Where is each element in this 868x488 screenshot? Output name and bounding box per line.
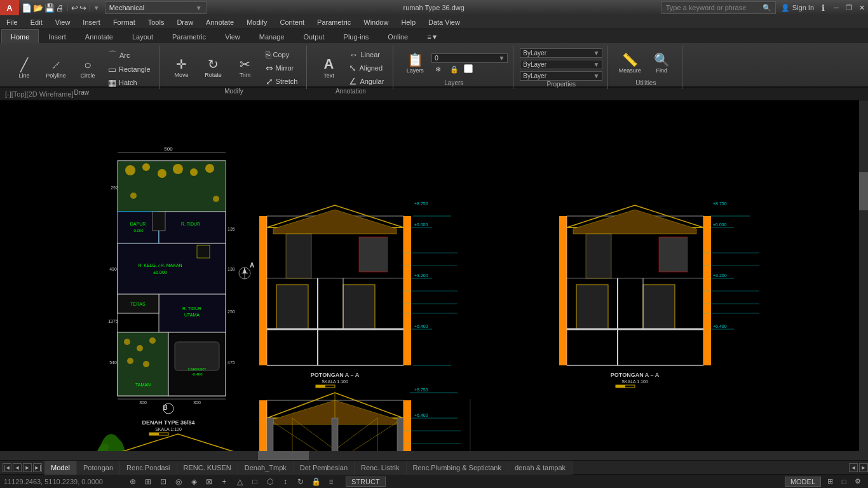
new-icon[interactable]: 📄 — [22, 3, 32, 13]
selection-icon[interactable]: ⬡ — [263, 475, 277, 488]
tab-parametric[interactable]: Parametric — [163, 29, 215, 43]
find-btn[interactable]: 🔍Find — [646, 48, 677, 79]
sheet-tab-model[interactable]: Model — [44, 461, 77, 475]
annotate-icon[interactable]: ↕ — [278, 475, 292, 488]
menu-format[interactable]: Format — [107, 15, 142, 29]
lock-icon[interactable]: 🔒 — [309, 475, 323, 488]
workspace-status-icon[interactable]: ↻ — [294, 475, 308, 488]
menu-edit[interactable]: Edit — [24, 15, 49, 29]
sheet-tab-potongan[interactable]: Potongan — [77, 461, 120, 475]
tab-scroll-right[interactable]: ► — [859, 463, 868, 472]
tab-manage[interactable]: Manage — [250, 29, 294, 43]
layer-lock-btn[interactable]: 🔒 — [446, 64, 463, 75]
horizontal-scrollbar[interactable] — [0, 451, 859, 460]
undo-icon[interactable]: ↩ — [71, 3, 78, 13]
model-space-button[interactable]: MODEL — [785, 477, 821, 487]
plot-icon[interactable]: 🖨 — [56, 3, 64, 13]
draw-arc-btn[interactable]: ⌒Arc — [104, 48, 154, 62]
layer-btn[interactable]: 📋Layers — [400, 48, 430, 79]
tab-more[interactable]: ≡▼ — [417, 29, 447, 43]
workspace-selector[interactable]: Mechanical ▼ — [105, 1, 207, 14]
tab-prev-btn[interactable]: ◄ — [13, 463, 22, 472]
minimize-button[interactable]: ─ — [830, 0, 843, 15]
modify-copy-btn[interactable]: ⎘Copy — [262, 48, 302, 61]
grid-icon[interactable]: ⊞ — [141, 475, 155, 488]
dim-aligned-btn[interactable]: ⤡Aligned — [345, 62, 388, 74]
tab-insert[interactable]: Insert — [39, 29, 76, 43]
vertical-scrollbar[interactable] — [859, 100, 868, 460]
tab-layout[interactable]: Layout — [123, 29, 163, 43]
tab-first-btn[interactable]: |◄ — [3, 463, 11, 472]
sheet-tab-listrik[interactable]: Renc. Listrik — [355, 461, 407, 475]
sheet-tab-tmpk[interactable]: Denah_Tmpk — [238, 461, 294, 475]
draw-polyline-btn[interactable]: ⟋ Polyline — [41, 53, 71, 84]
modify-stretch-btn[interactable]: ⤢Stretch — [262, 75, 302, 88]
layer-freeze-btn[interactable]: ❄ — [431, 64, 445, 75]
save-icon[interactable]: 💾 — [44, 3, 55, 13]
menu-file[interactable]: File — [0, 15, 24, 29]
modify-trim-btn[interactable]: ✂Trim — [230, 53, 261, 83]
sheet-tab-denah-tampak[interactable]: denah & tampak — [508, 461, 573, 475]
menu-modify[interactable]: Modify — [240, 15, 273, 29]
dynamic-input-icon[interactable]: + — [217, 475, 231, 488]
tab-scroll-left[interactable]: ◄ — [849, 463, 858, 472]
restore-button[interactable]: ❐ — [843, 0, 855, 15]
lineweight-icon[interactable]: △ — [233, 475, 247, 488]
redo-icon[interactable]: ↪ — [79, 3, 86, 13]
info-icon[interactable]: ℹ — [819, 3, 827, 13]
scroll-thumb[interactable] — [859, 172, 868, 210]
sign-in-button[interactable]: 👤 Sign In — [776, 4, 819, 12]
measure-btn[interactable]: 📏Measure — [614, 48, 645, 79]
menu-window[interactable]: Window — [357, 15, 395, 29]
sheet-tab-pondasi[interactable]: Renc.Pondasi — [120, 461, 177, 475]
menu-dataview[interactable]: Data View — [422, 15, 466, 29]
viewport-grid-icon[interactable]: ⊞ — [824, 476, 836, 487]
isolate-icon[interactable]: ≡ — [324, 475, 338, 488]
osnap-icon[interactable]: ◈ — [187, 475, 201, 488]
modify-rotate-btn[interactable]: ↻Rotate — [198, 53, 229, 83]
canvas-area[interactable]: 500 292 DAPUR -0.000 R. TIDUR 135 — [0, 100, 868, 460]
search-box[interactable]: Type a keyword or phrase 🔍 — [661, 1, 776, 14]
tab-plugins[interactable]: Plug-ins — [334, 29, 379, 43]
menu-parametric[interactable]: Parametric — [311, 15, 357, 29]
sheet-tab-plumbing[interactable]: Renc.Plumbing & Septictank — [407, 461, 508, 475]
menu-content[interactable]: Content — [274, 15, 311, 29]
tab-output[interactable]: Output — [294, 29, 334, 43]
menu-help[interactable]: Help — [395, 15, 422, 29]
sheet-tab-pembesian[interactable]: Det Pembesian — [294, 461, 355, 475]
struct-button[interactable]: STRUCT — [346, 477, 386, 487]
open-icon[interactable]: 📂 — [33, 3, 43, 13]
tab-last-btn[interactable]: ►| — [33, 463, 42, 472]
menu-draw[interactable]: Draw — [170, 15, 200, 29]
transparency-icon[interactable]: □ — [248, 475, 262, 488]
menu-annotate[interactable]: Annotate — [200, 15, 240, 29]
viewport-settings-icon[interactable]: ⚙ — [851, 476, 864, 487]
sheet-tab-kusen[interactable]: RENC. KUSEN — [177, 461, 238, 475]
tab-online[interactable]: Online — [378, 29, 417, 43]
menu-view[interactable]: View — [49, 15, 77, 29]
snap-icon[interactable]: ⊕ — [126, 475, 140, 488]
menu-insert[interactable]: Insert — [76, 15, 107, 29]
app-icon[interactable]: A — [0, 0, 19, 15]
tab-home[interactable]: Home — [1, 29, 39, 43]
close-button[interactable]: ✕ — [855, 0, 868, 15]
dim-angular-btn[interactable]: ∠Angular — [345, 75, 388, 88]
tab-annotate[interactable]: Annotate — [76, 29, 123, 43]
h-scroll-thumb[interactable] — [258, 451, 309, 460]
ortho-icon[interactable]: ⊡ — [156, 475, 170, 488]
tab-next-btn[interactable]: ► — [23, 463, 32, 472]
viewport-pan-icon[interactable]: □ — [837, 476, 850, 487]
text-btn[interactable]: AText — [313, 53, 344, 83]
modify-mirror-btn[interactable]: ⇔Mirror — [262, 62, 302, 74]
draw-rect-btn[interactable]: ▭Rectangle — [104, 63, 154, 76]
menu-tools[interactable]: Tools — [142, 15, 171, 29]
draw-circle-btn[interactable]: ○ Circle — [72, 53, 103, 84]
draw-hatch-btn[interactable]: ▦Hatch — [104, 76, 154, 89]
otrack-icon[interactable]: ⊠ — [202, 475, 216, 488]
polar-icon[interactable]: ◎ — [172, 475, 186, 488]
modify-move-btn[interactable]: ✛Move — [166, 53, 197, 83]
tab-view[interactable]: View — [215, 29, 250, 43]
layer-color-btn[interactable] — [464, 64, 473, 73]
draw-line-btn[interactable]: ╱ Line — [9, 53, 39, 84]
dim-linear-btn[interactable]: ↔Linear — [345, 48, 388, 61]
